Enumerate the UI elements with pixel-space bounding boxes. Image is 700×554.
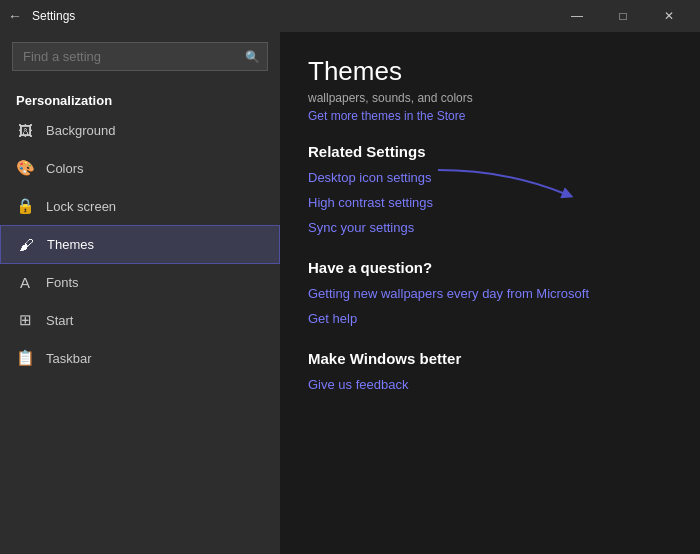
question-link-get-help[interactable]: Get help	[308, 311, 672, 326]
make-better-section: Make Windows better Give us feedback	[308, 350, 672, 392]
related-link-sync-settings[interactable]: Sync your settings	[308, 220, 672, 235]
colors-icon: 🎨	[16, 159, 34, 177]
have-question-section: Have a question? Getting new wallpapers …	[308, 259, 672, 326]
background-icon: 🖼	[16, 122, 34, 139]
make-better-links-list: Give us feedback	[308, 377, 672, 392]
background-label: Background	[46, 123, 115, 138]
sidebar-item-fonts[interactable]: AFonts	[0, 264, 280, 301]
minimize-button[interactable]: —	[554, 0, 600, 32]
sidebar-item-themes[interactable]: 🖌Themes	[0, 225, 280, 264]
store-link[interactable]: Get more themes in the Store	[308, 109, 672, 123]
content-area: Themes wallpapers, sounds, and colors Ge…	[280, 32, 700, 554]
sidebar-item-lock-screen[interactable]: 🔒Lock screen	[0, 187, 280, 225]
related-link-wrapper-desktop-icon: Desktop icon settings	[308, 170, 672, 185]
taskbar-label: Taskbar	[46, 351, 92, 366]
title-bar: ← Settings — □ ✕	[0, 0, 700, 32]
sidebar-item-colors[interactable]: 🎨Colors	[0, 149, 280, 187]
have-question-heading: Have a question?	[308, 259, 672, 276]
window-controls: — □ ✕	[554, 0, 692, 32]
make-better-heading: Make Windows better	[308, 350, 672, 367]
related-link-wrapper-sync-settings: Sync your settings	[308, 220, 672, 235]
related-link-wrapper-high-contrast: High contrast settings	[308, 195, 672, 210]
related-link-high-contrast[interactable]: High contrast settings	[308, 195, 672, 210]
related-settings-heading: Related Settings	[308, 143, 672, 160]
start-label: Start	[46, 313, 73, 328]
start-icon: ⊞	[16, 311, 34, 329]
nav-list: 🖼Background🎨Colors🔒Lock screen🖌ThemesAFo…	[0, 112, 280, 377]
fonts-label: Fonts	[46, 275, 79, 290]
section-title: Themes	[308, 56, 672, 87]
fonts-icon: A	[16, 274, 34, 291]
app-title: Settings	[32, 9, 554, 23]
lock-screen-icon: 🔒	[16, 197, 34, 215]
question-link-wallpapers-link[interactable]: Getting new wallpapers every day from Mi…	[308, 286, 672, 301]
related-link-desktop-icon[interactable]: Desktop icon settings	[308, 170, 672, 185]
maximize-button[interactable]: □	[600, 0, 646, 32]
search-icon: 🔍	[245, 50, 260, 64]
colors-label: Colors	[46, 161, 84, 176]
main-layout: 🔍 Personalization 🖼Background🎨Colors🔒Loc…	[0, 32, 700, 554]
sidebar-item-taskbar[interactable]: 📋Taskbar	[0, 339, 280, 377]
better-link-feedback[interactable]: Give us feedback	[308, 377, 672, 392]
taskbar-icon: 📋	[16, 349, 34, 367]
search-box: 🔍	[12, 42, 268, 71]
related-settings-section: Related Settings Desktop icon settingsHi…	[308, 143, 672, 235]
close-button[interactable]: ✕	[646, 0, 692, 32]
related-links-list: Desktop icon settingsHigh contrast setti…	[308, 170, 672, 235]
have-question-links-list: Getting new wallpapers every day from Mi…	[308, 286, 672, 326]
themes-label: Themes	[47, 237, 94, 252]
back-button[interactable]: ←	[8, 8, 22, 24]
themes-icon: 🖌	[17, 236, 35, 253]
lock-screen-label: Lock screen	[46, 199, 116, 214]
category-label: Personalization	[0, 85, 280, 112]
section-subtitle: wallpapers, sounds, and colors	[308, 91, 672, 105]
sidebar-item-background[interactable]: 🖼Background	[0, 112, 280, 149]
sidebar-item-start[interactable]: ⊞Start	[0, 301, 280, 339]
search-input[interactable]	[12, 42, 268, 71]
sidebar: 🔍 Personalization 🖼Background🎨Colors🔒Loc…	[0, 32, 280, 554]
